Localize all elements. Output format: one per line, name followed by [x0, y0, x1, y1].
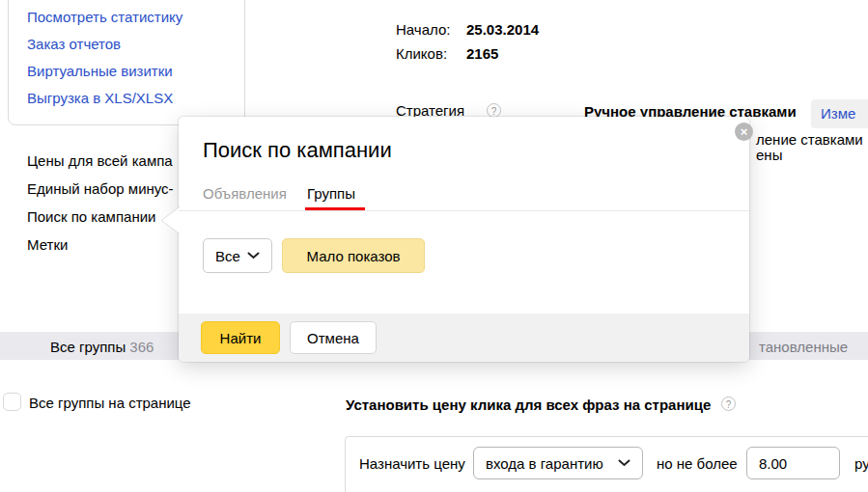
link-xls-export[interactable]: Выгрузка в XLS/XLSX [27, 90, 173, 106]
menu-item-campaign-search[interactable]: Поиск по кампании [27, 208, 155, 225]
link-order-reports[interactable]: Заказ отчетов [27, 36, 121, 52]
scope-select[interactable]: Все [203, 238, 272, 273]
modal-footer: Найти Отмена [179, 314, 749, 362]
all-groups-count: 366 [129, 339, 154, 355]
modal-pointer-arrow [160, 206, 180, 234]
tab-groups[interactable]: Группы [307, 185, 355, 202]
edit-strategy-button[interactable]: Изме [811, 99, 868, 128]
assign-price-label: Назначить цену [359, 455, 465, 472]
set-price-heading: Установить цену клика для всех фраз на с… [346, 396, 711, 413]
start-date-value: 25.03.2014 [466, 21, 539, 38]
find-button[interactable]: Найти [201, 321, 280, 354]
strategy-help-icon[interactable]: ? [487, 103, 501, 118]
low-impressions-filter-chip[interactable]: Мало показов [282, 238, 425, 273]
tabs-separator [179, 210, 749, 211]
tab-stopped-fragment[interactable]: тановленные [759, 339, 848, 355]
scope-select-value: Все [215, 248, 240, 264]
campaign-search-modal: × Поиск по кампании Объявления Группы Вс… [179, 117, 749, 362]
reports-dropdown-panel: Посмотреть статистику Заказ отчетов Вирт… [8, 0, 245, 125]
clicks-value: 2165 [466, 45, 498, 62]
limit-label: но не более [657, 455, 738, 472]
covered-text-fragment: ены [756, 147, 782, 163]
chevron-down-icon [618, 459, 630, 467]
cancel-button[interactable]: Отмена [290, 321, 377, 354]
select-all-groups-label: Все группы на странице [29, 395, 191, 411]
price-entry-select[interactable]: входа в гарантию [473, 447, 643, 479]
all-groups-label: Все группы [50, 339, 126, 355]
modal-title: Поиск по кампании [203, 138, 392, 163]
yandex-direct-campaign-page: Посмотреть статистику Заказ отчетов Вирт… [0, 0, 868, 492]
set-price-help-icon[interactable]: ? [721, 396, 736, 411]
low-impressions-filter-label: Мало показов [307, 248, 401, 264]
select-all-groups-checkbox[interactable] [3, 393, 21, 411]
chevron-down-icon [247, 252, 260, 260]
clicks-label: Кликов: [396, 45, 447, 62]
currency-label-fragment: ру [854, 455, 868, 472]
menu-item-labels[interactable]: Метки [27, 236, 68, 253]
tab-all-groups[interactable]: Все группы 366 [50, 339, 154, 355]
price-entry-select-value: входа в гарантию [486, 455, 603, 472]
start-date-label: Начало: [396, 21, 450, 38]
max-price-input[interactable] [746, 447, 840, 479]
tab-ads[interactable]: Объявления [203, 185, 287, 202]
active-tab-underline [305, 207, 365, 210]
covered-text-fragment: ление ставками [756, 131, 863, 148]
link-virtual-cards[interactable]: Виртуальные визитки [27, 63, 173, 79]
menu-item-campaign-prices[interactable]: Цены для всей кампа [27, 152, 173, 169]
close-icon[interactable]: × [735, 123, 753, 141]
link-view-statistics[interactable]: Посмотреть статистику [27, 9, 182, 25]
menu-item-negative-keywords[interactable]: Единый набор минус- [27, 180, 174, 197]
